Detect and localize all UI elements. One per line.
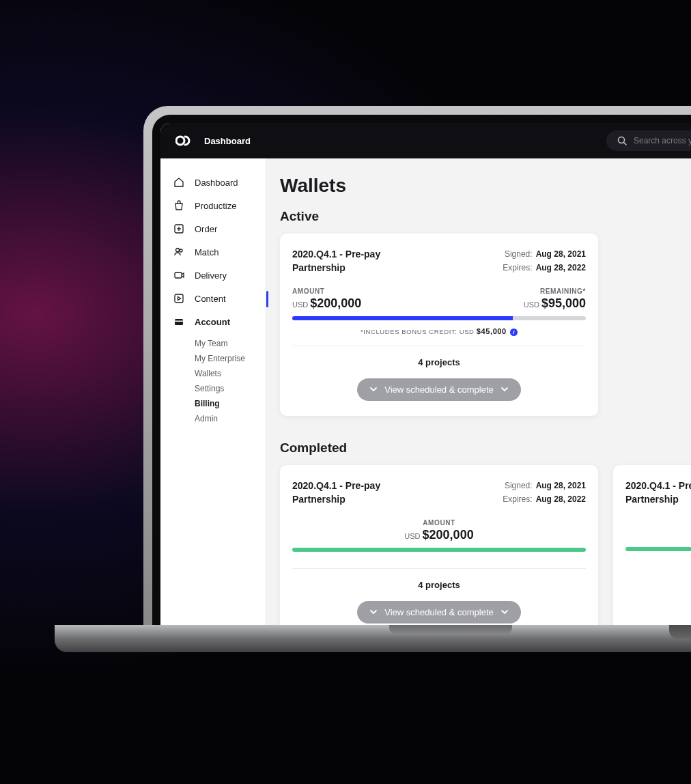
- wallet-subtitle: Partnership: [292, 492, 380, 506]
- amount-value: $200,000: [423, 528, 474, 542]
- active-section-title: Active: [280, 209, 691, 224]
- completed-wallet-card-peek: 2020.Q4.1 - Pre Partnership: [613, 465, 691, 628]
- svg-rect-8: [175, 272, 182, 278]
- expires-value: Aug 28, 2022: [536, 494, 586, 504]
- signed-label: Signed:: [505, 249, 533, 259]
- page-title: Wallets: [280, 175, 691, 197]
- sidebar-item-productize[interactable]: Productize: [160, 194, 266, 217]
- wallet-subtitle: Partnership: [625, 492, 691, 506]
- expires-label: Expires:: [503, 263, 532, 272]
- progress-fill: [292, 316, 513, 320]
- wallet-title: 2020.Q4.1 - Pre-pay: [292, 247, 380, 261]
- signed-value: Aug 28, 2021: [536, 481, 586, 490]
- sidebar-item-label: Match: [195, 247, 218, 257]
- sidebar-item-label: Account: [195, 317, 230, 327]
- bonus-amount: $45,000: [477, 327, 507, 335]
- svg-rect-10: [175, 319, 183, 325]
- search-box[interactable]: [606, 130, 691, 151]
- play-box-icon: [173, 292, 185, 305]
- home-icon: [173, 176, 185, 188]
- logo[interactable]: Dashboard: [175, 131, 251, 150]
- topbar: Dashboard: [160, 123, 691, 158]
- signed-label: Signed:: [505, 481, 533, 490]
- sidebar-item-label: Dashboard: [195, 178, 238, 188]
- logo-icon: [175, 131, 195, 150]
- active-wallet-card: 2020.Q4.1 - Pre-pay Partnership Signed:A…: [280, 234, 598, 416]
- sidebar-item-dashboard[interactable]: Dashboard: [160, 171, 266, 194]
- users-icon: [173, 246, 185, 258]
- camera-icon: [173, 269, 185, 281]
- svg-point-6: [176, 249, 180, 252]
- subitem-admin[interactable]: Admin: [195, 411, 266, 426]
- progress-bar: [292, 548, 586, 552]
- remaining-label: REMAINING*: [524, 288, 586, 295]
- subitem-settings[interactable]: Settings: [195, 381, 266, 396]
- amount-label: AMOUNT: [292, 519, 586, 527]
- subitem-my-enterprise[interactable]: My Enterprise: [195, 351, 266, 366]
- amount-value: $200,000: [310, 296, 361, 310]
- sidebar-item-label: Delivery: [195, 270, 227, 281]
- search-icon: [617, 136, 627, 145]
- divider: [292, 568, 586, 569]
- subitem-wallets[interactable]: Wallets: [195, 366, 266, 381]
- chevron-down-icon: [500, 608, 509, 616]
- subitem-my-team[interactable]: My Team: [195, 336, 266, 351]
- card-icon: [173, 316, 185, 328]
- expand-label: View scheduled & complete: [384, 607, 493, 617]
- amount-currency: USD: [292, 300, 308, 309]
- search-input[interactable]: [634, 136, 691, 145]
- subitem-billing[interactable]: Billing: [195, 396, 266, 411]
- svg-rect-11: [175, 321, 183, 322]
- progress-fill: [292, 548, 586, 552]
- progress-bar: [625, 547, 691, 551]
- progress-fill: [625, 547, 691, 551]
- progress-bar: [292, 316, 586, 320]
- remaining-value: $95,000: [541, 296, 586, 310]
- sidebar-item-label: Content: [195, 294, 226, 304]
- sidebar-item-account[interactable]: Account: [160, 310, 266, 333]
- expires-value: Aug 28, 2022: [536, 263, 586, 272]
- divider: [292, 346, 586, 346]
- amount-currency: USD: [404, 532, 420, 540]
- svg-point-0: [176, 137, 184, 145]
- chevron-down-icon: [369, 608, 378, 616]
- active-indicator: [266, 291, 268, 307]
- bag-icon: [173, 199, 185, 212]
- sidebar-item-order[interactable]: Order: [160, 217, 266, 240]
- chevron-down-icon: [369, 385, 378, 393]
- svg-point-7: [180, 249, 182, 252]
- remaining-currency: USD: [524, 300, 539, 309]
- view-scheduled-button[interactable]: View scheduled & complete: [357, 378, 520, 401]
- sidebar-item-content[interactable]: Content: [160, 287, 266, 310]
- sidebar: Dashboard Productize Order: [160, 158, 266, 628]
- completed-wallet-card: 2020.Q4.1 - Pre-pay Partnership Signed:A…: [280, 465, 598, 628]
- projects-count: 4 projects: [292, 580, 586, 590]
- sidebar-item-delivery[interactable]: Delivery: [160, 264, 266, 287]
- sidebar-item-match[interactable]: Match: [160, 240, 266, 264]
- brand-text: Dashboard: [204, 136, 251, 146]
- laptop-base: [55, 625, 691, 652]
- svg-rect-9: [175, 294, 183, 303]
- wallet-title: 2020.Q4.1 - Pre-pay: [292, 479, 380, 492]
- wallet-title: 2020.Q4.1 - Pre: [625, 479, 691, 492]
- bonus-note: *INCLUDES BONUS CREDIT: USD $45,000: [292, 327, 586, 336]
- svg-line-2: [624, 143, 627, 145]
- info-icon[interactable]: [510, 328, 518, 336]
- main-content: Wallets Active 2020.Q4.1 - Pre-pay Partn…: [266, 158, 691, 628]
- expires-label: Expires:: [503, 494, 532, 504]
- signed-value: Aug 28, 2021: [536, 249, 586, 259]
- sidebar-item-label: Productize: [195, 201, 236, 211]
- amount-label: AMOUNT: [292, 288, 361, 295]
- wallet-subtitle: Partnership: [292, 261, 380, 275]
- expand-label: View scheduled & complete: [384, 384, 493, 395]
- plus-box-icon: [173, 223, 185, 235]
- sidebar-item-label: Order: [195, 224, 217, 234]
- projects-count: 4 projects: [292, 357, 586, 367]
- view-scheduled-button[interactable]: View scheduled & complete: [357, 601, 520, 624]
- completed-section-title: Completed: [280, 440, 691, 456]
- chevron-down-icon: [500, 385, 509, 393]
